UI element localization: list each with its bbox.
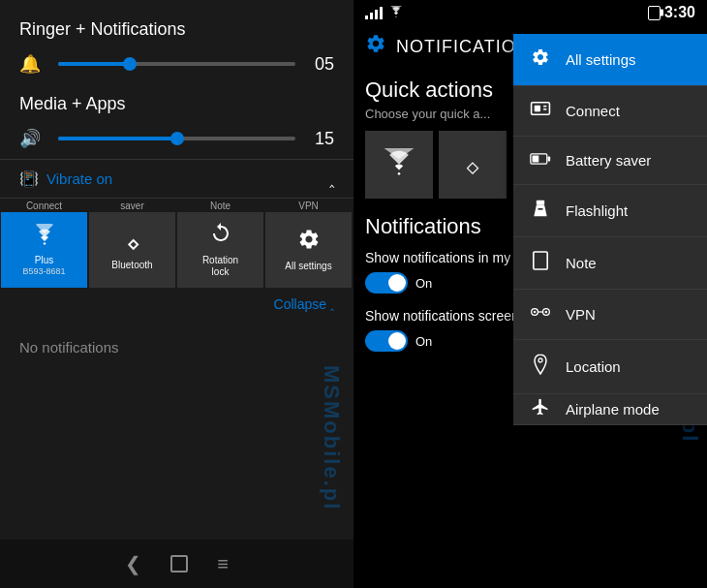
qa-tile-wifi[interactable] (365, 131, 433, 199)
tile-allsettings-name: All settings (285, 261, 331, 272)
menu-airplane-label: Airplane mode (566, 401, 660, 418)
bluetooth-tile-icon: ⬦ (126, 229, 139, 256)
bottom-nav-bar-left: ❮ ≡ (0, 540, 354, 588)
chevron-up-icon: ‸ (329, 170, 334, 188)
notif-toggle-1[interactable] (365, 272, 408, 294)
quick-tiles-row: Plus B593-8681 ⬦ Bluetooth Rotationlock (0, 211, 354, 289)
tile-bluetooth-name: Bluetooth (111, 260, 152, 271)
ringer-volume-row: 🔔 05 (19, 53, 334, 75)
home-icon[interactable] (170, 555, 188, 573)
media-value: 15 (305, 129, 334, 149)
media-section: Media + Apps 🔊 15 (0, 84, 354, 159)
media-volume-row: 🔊 15 (19, 128, 334, 149)
menu-note-icon (529, 251, 552, 275)
menu-item-all-settings[interactable]: All settings (513, 34, 707, 86)
media-slider[interactable] (58, 137, 295, 140)
collapse-chevron-icon: ‸ (330, 297, 334, 311)
svg-rect-5 (533, 156, 539, 163)
status-right: 3:30 (648, 4, 695, 21)
no-notifications-text: No notifications (0, 320, 354, 375)
menu-item-battery-saver[interactable]: Battery saver (513, 137, 707, 185)
tile-connect[interactable]: Plus B593-8681 (0, 211, 88, 289)
collapse-button[interactable]: Collapse ‸ (274, 296, 334, 312)
menu-battery-icon (529, 150, 552, 170)
collapse-row: Collapse ‸ (0, 289, 354, 320)
notif-toggle-1-label: On (415, 276, 432, 291)
status-left (365, 6, 404, 20)
tile-rotation-lock[interactable]: Rotationlock (176, 211, 264, 289)
header-gear-icon[interactable] (365, 33, 386, 60)
settings-dropdown-menu: All settings Connect (513, 34, 707, 425)
battery-status-icon (648, 6, 661, 20)
rotation-tile-icon (209, 222, 232, 251)
ringer-section: Ringer + Notifications 🔔 05 (0, 0, 354, 84)
svg-point-16 (538, 358, 542, 362)
tile-label-0: Connect (0, 201, 88, 211)
menu-all-settings-label: All settings (566, 51, 636, 68)
menu-vpn-icon (529, 303, 552, 325)
speaker-icon: 🔊 (19, 128, 48, 149)
notif-toggle-2-label: On (415, 334, 432, 349)
menu-location-icon (529, 354, 552, 380)
toggle-1-knob (388, 274, 406, 292)
menu-airplane-icon (529, 397, 552, 421)
vibrate-text: Vibrate on (46, 170, 112, 187)
tile-label-3: VPN (264, 201, 353, 211)
svg-rect-2 (543, 106, 546, 108)
menu-item-location[interactable]: Location (513, 340, 707, 394)
allsettings-tile-icon (297, 228, 321, 257)
qa-wifi-icon (383, 148, 415, 182)
status-time: 3:30 (664, 4, 695, 21)
menu-item-connect[interactable]: Connect (513, 86, 707, 137)
qa-tile-bluetooth[interactable]: ⬦ (439, 131, 507, 199)
tile-bluetooth[interactable]: ⬦ Bluetooth (88, 211, 176, 289)
svg-rect-6 (548, 156, 551, 161)
svg-rect-3 (543, 108, 546, 110)
tile-all-settings[interactable]: All settings (264, 211, 353, 289)
right-panel: 3:30 NOTIFICATIO Quick actions Choose yo… (354, 0, 707, 588)
menu-item-note[interactable]: Note (513, 237, 707, 290)
tile-label-1: saver (88, 201, 176, 211)
menu-connect-icon (529, 100, 552, 122)
qa-bluetooth-icon: ⬦ (464, 148, 481, 181)
menu-location-label: Location (566, 358, 621, 375)
svg-rect-7 (537, 201, 544, 205)
notif-toggle-2[interactable] (365, 330, 408, 352)
left-panel: Ringer + Notifications 🔔 05 Media + Apps… (0, 0, 354, 588)
notification-header-title: NOTIFICATIO (396, 37, 516, 57)
menu-connect-label: Connect (566, 103, 620, 119)
menu-item-flashlight[interactable]: Flashlight (513, 185, 707, 237)
tile-label-2: Note (176, 201, 264, 211)
bell-icon: 🔔 (19, 53, 48, 75)
svg-point-14 (545, 311, 548, 314)
menu-item-airplane[interactable]: Airplane mode (513, 394, 707, 425)
status-wifi-icon (388, 6, 404, 20)
vibrate-label: 📳 Vibrate on (19, 170, 112, 188)
menu-gear-icon (529, 47, 552, 72)
wifi-tile-icon (31, 224, 58, 251)
vibrate-bar[interactable]: 📳 Vibrate on ‸ (0, 159, 354, 199)
ringer-value: 05 (305, 54, 334, 75)
ringer-title: Ringer + Notifications (19, 19, 334, 40)
svg-point-13 (534, 311, 537, 314)
signal-bars-icon (365, 6, 383, 19)
search-icon[interactable]: ≡ (217, 553, 229, 575)
vibrate-icon: 📳 (19, 170, 39, 188)
menu-flashlight-icon (529, 199, 552, 223)
toggle-2-knob (388, 332, 406, 350)
tile-connect-name: Plus (35, 255, 53, 266)
svg-rect-9 (538, 208, 543, 210)
media-title: Media + Apps (19, 94, 334, 114)
menu-battery-saver-label: Battery saver (566, 152, 651, 169)
ringer-slider[interactable] (58, 62, 295, 66)
back-icon[interactable]: ❮ (125, 552, 141, 575)
menu-vpn-label: VPN (566, 306, 596, 323)
status-bar: 3:30 (354, 0, 707, 25)
tile-connect-sub: B593-8681 (22, 266, 65, 276)
svg-marker-8 (534, 205, 546, 217)
menu-note-label: Note (566, 255, 597, 271)
svg-rect-1 (535, 106, 540, 111)
menu-item-vpn[interactable]: VPN (513, 290, 707, 340)
tile-rotation-name: Rotationlock (202, 255, 238, 278)
collapse-label: Collapse (274, 296, 326, 312)
